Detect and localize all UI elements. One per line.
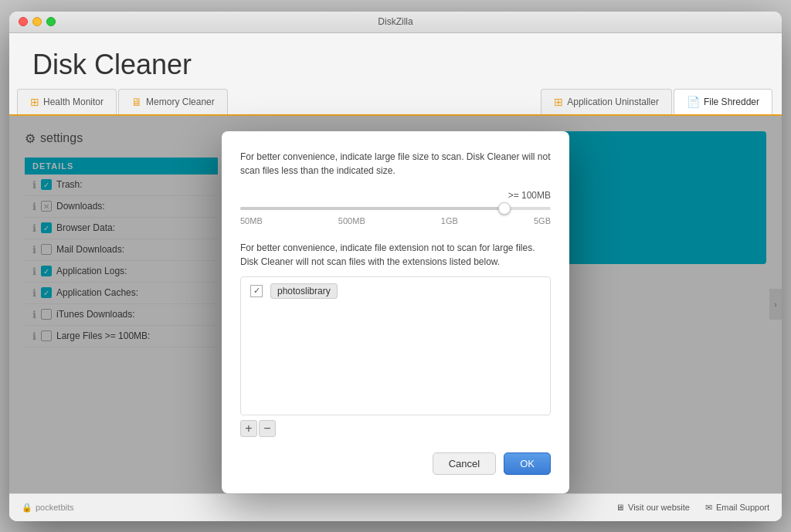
tab-file-shredder[interactable]: 📄 File Shredder: [674, 89, 772, 114]
slider-label-5gb: 5GB: [534, 216, 551, 225]
list-controls: + −: [240, 420, 551, 437]
visit-website-link[interactable]: 🖥 Visit our website: [616, 503, 690, 512]
slider-track[interactable]: [240, 207, 551, 210]
tab-health-monitor[interactable]: ⊞ Health Monitor: [17, 89, 117, 114]
content-body: ⚙ settings DETAILS ℹ ✓ Trash: ℹ ✕ Downlo…: [9, 116, 782, 493]
tab-shredder-label: File Shredder: [704, 97, 759, 107]
traffic-lights: [19, 17, 56, 26]
modal-dialog: For better convenience, indicate large f…: [222, 131, 569, 493]
modal-description-2: For better convenience, indicate file ex…: [240, 241, 551, 269]
tab-app-label: Application Uninstaller: [567, 97, 659, 107]
extension-item-photoslibrary: ✓ photoslibrary: [241, 277, 550, 305]
slider-label-500mb: 500MB: [338, 216, 365, 225]
email-support-link[interactable]: ✉ Email Support: [705, 503, 769, 513]
main-content: Disk Cleaner ⊞ Health Monitor 🖥 Memory C…: [9, 33, 782, 521]
app-icon: ⊞: [554, 96, 563, 108]
modal-overlay: For better convenience, indicate large f…: [9, 116, 782, 493]
app-header: Disk Cleaner: [9, 33, 782, 89]
slider-fill: [240, 207, 504, 210]
memory-icon: 🖥: [131, 96, 142, 108]
ok-button[interactable]: OK: [504, 452, 551, 475]
maximize-button[interactable]: [46, 17, 56, 26]
ext-tag-photoslibrary: photoslibrary: [270, 283, 338, 299]
cancel-button[interactable]: Cancel: [433, 452, 496, 475]
mac-window: DiskZilla Disk Cleaner ⊞ Health Monitor …: [9, 12, 782, 521]
bottom-bar: 🔒 pocketbits 🖥 Visit our website ✉ Email…: [9, 493, 782, 521]
modal-description-1: For better convenience, indicate large f…: [240, 150, 551, 178]
tab-memory-cleaner[interactable]: 🖥 Memory Cleaner: [118, 89, 228, 114]
window-title: DiskZilla: [378, 16, 412, 27]
add-extension-button[interactable]: +: [240, 420, 257, 437]
tab-health-label: Health Monitor: [43, 97, 104, 107]
nav-tabs-right: ⊞ Application Uninstaller 📄 File Shredde…: [541, 89, 774, 114]
close-button[interactable]: [19, 17, 28, 26]
monitor-icon: 🖥: [616, 503, 624, 512]
extension-list: ✓ photoslibrary: [240, 276, 551, 415]
bottom-bar-links: 🖥 Visit our website ✉ Email Support: [616, 503, 769, 513]
email-icon: ✉: [705, 503, 712, 513]
email-label: Email Support: [716, 503, 769, 512]
health-icon: ⊞: [30, 96, 39, 108]
visit-label: Visit our website: [628, 503, 690, 512]
slider-label-50mb: 50MB: [240, 216, 263, 225]
tab-app-uninstaller[interactable]: ⊞ Application Uninstaller: [541, 89, 672, 114]
nav-tabs: ⊞ Health Monitor 🖥 Memory Cleaner ⊞ Appl…: [9, 89, 782, 116]
app-title: Disk Cleaner: [32, 49, 192, 81]
slider-thumb[interactable]: [498, 202, 511, 215]
shredder-icon: 📄: [687, 96, 700, 108]
bottom-bar-logo: 🔒 pocketbits: [22, 503, 74, 513]
slider-area: >= 100MB 50MB 500MB 1GB 5GB: [240, 190, 551, 225]
title-bar: DiskZilla: [9, 12, 782, 33]
minimize-button[interactable]: [32, 17, 42, 26]
slider-labels: 50MB 500MB 1GB 5GB: [240, 216, 551, 225]
logo-text: pocketbits: [36, 503, 74, 512]
remove-extension-button[interactable]: −: [259, 420, 276, 437]
ext-checkbox-photoslibrary[interactable]: ✓: [250, 285, 263, 297]
lock-icon: 🔒: [22, 503, 32, 513]
slider-label-1gb: 1GB: [441, 216, 458, 225]
tab-memory-label: Memory Cleaner: [146, 97, 215, 107]
slider-value-label: >= 100MB: [240, 190, 551, 201]
modal-buttons: Cancel OK: [240, 452, 551, 475]
